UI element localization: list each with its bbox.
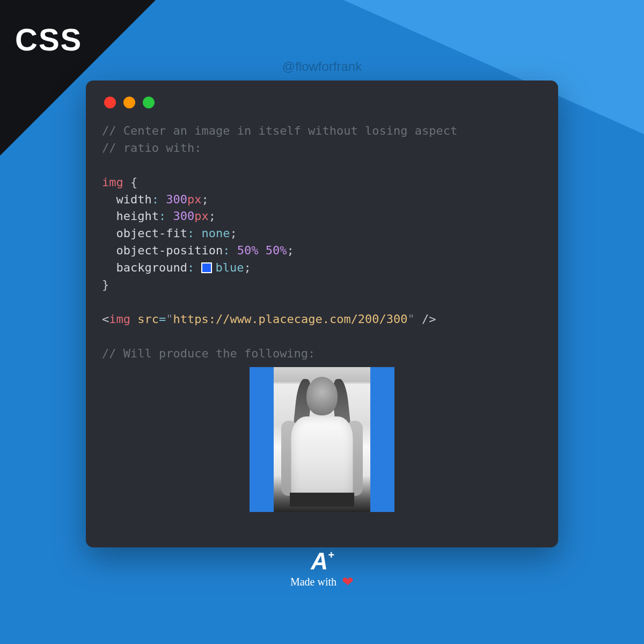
code-html-tag: img (109, 312, 130, 326)
code-value: none (201, 226, 230, 240)
author-handle: @flowforfrank (282, 59, 362, 74)
maximize-icon (143, 97, 155, 108)
code-value: blue (215, 261, 244, 274)
logo-letter: A (311, 548, 327, 575)
code-html-attr: src (137, 312, 159, 326)
minimize-icon (123, 97, 135, 108)
footer: A+ Made with ❤ (290, 548, 354, 590)
preview-image (274, 367, 370, 512)
code-unit: px (187, 193, 202, 206)
code-selector: img (102, 175, 123, 189)
logo-icon: A+ (311, 548, 333, 575)
code-prop: width (116, 193, 152, 206)
preview-container (102, 367, 542, 512)
code-window: // Center an image in itself without los… (86, 80, 558, 547)
code-prop: object-position (116, 244, 223, 257)
code-unit: px (194, 209, 209, 223)
code-value: 300 (173, 209, 194, 223)
close-icon (104, 97, 116, 108)
css-badge: CSS (15, 21, 82, 57)
code-value: 300 (166, 193, 187, 206)
code-prop: object-fit (116, 226, 187, 240)
preview-image-box (250, 367, 394, 512)
color-swatch-icon (201, 262, 212, 273)
heart-icon: ❤ (342, 574, 354, 590)
code-html-url: https://www.placecage.com/200/300 (173, 312, 408, 326)
footer-text: Made with (290, 576, 336, 588)
code-comment: // Center an image in itself without los… (102, 124, 457, 137)
code-value: 50% (237, 244, 259, 257)
code-block: // Center an image in itself without los… (102, 122, 542, 362)
code-prop: background (116, 261, 187, 274)
logo-plus: + (328, 549, 333, 561)
code-prop: height (116, 209, 159, 223)
code-brace: { (130, 175, 137, 189)
code-comment: // ratio with: (102, 141, 201, 155)
code-comment: // Will produce the following: (102, 347, 315, 360)
code-brace: } (102, 278, 109, 291)
code-value: 50% (266, 244, 287, 257)
window-controls (104, 97, 542, 108)
